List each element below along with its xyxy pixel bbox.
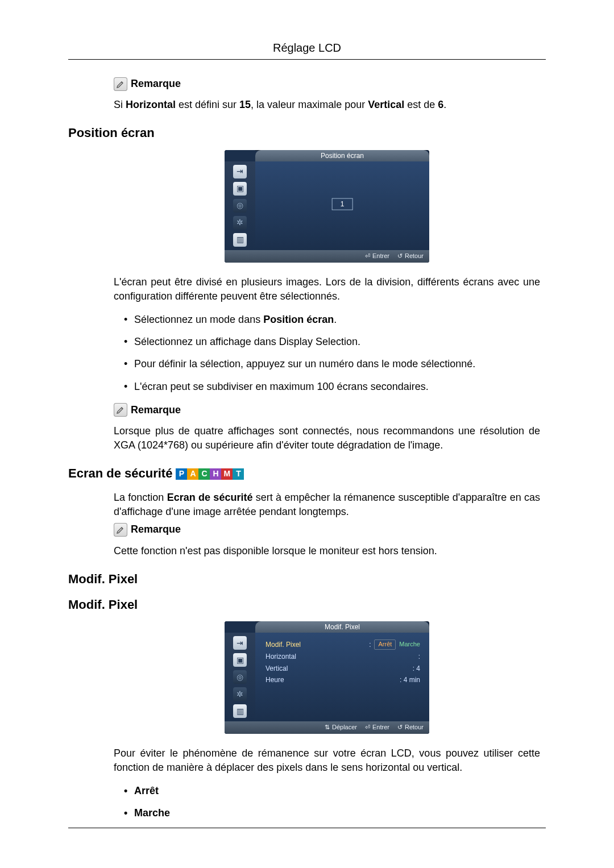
note-label: Remarque [131,522,181,537]
osd-enter-hint: ⏎Entrer [365,723,389,732]
note-icon [114,523,127,537]
t: Retour [405,252,424,260]
t: 15 [239,99,251,110]
badge-h: H [210,468,221,480]
picture-icon: ▣ [233,653,247,667]
t: Retour [405,723,424,732]
section-heading-modif-pixel-2: Modif. Pixel [68,596,540,614]
t: La fonction [114,492,167,503]
sound-icon: ◎ [233,199,247,213]
input-icon: ⇥ [233,165,247,178]
list-item: Pour définir la sélection, appuyez sur u… [124,357,540,371]
note-block-1: Remarque [114,77,540,91]
osd-row-values: : Arrêt Marche [369,639,420,649]
colon: : [369,640,371,650]
osd-return-hint: ↺Retour [397,252,424,260]
osd-footer: ⇅Déplacer ⏎Entrer ↺Retour [225,721,429,733]
page-header: Réglage LCD [68,40,546,56]
osd-title-spacer [225,621,255,633]
osd-return-hint: ↺Retour [397,723,424,732]
badge-m: M [221,468,233,480]
osd-row-label: Horizontal [265,652,296,662]
t: Si [114,99,126,110]
osd-screenshot-2: Modif. Pixel ⇥ ▣ ◎ ✲ ▥ Modif. Pixel [114,621,540,733]
osd-row-value: : 4 [413,664,420,674]
t: Entrer [372,723,389,732]
return-icon: ↺ [397,723,403,732]
sound-icon: ◎ [233,670,247,684]
multi-icon: ▥ [233,704,247,718]
t: Horizontal [126,99,176,110]
osd-row: Heure : 4 min [265,674,420,686]
osd-title: Position écran [255,150,429,161]
badge-p: P [176,468,187,480]
osd-main: 1 [255,161,429,250]
header-rule [68,59,546,60]
heading-text: Ecran de sécurité [68,465,172,483]
osd-row-label: Heure [265,675,284,685]
osd-sidebar: ⇥ ▣ ◎ ✲ ▥ [225,633,255,721]
note-label: Remarque [131,77,181,91]
note-block-3: Remarque [114,522,540,537]
t: Vertical [368,99,404,110]
picture-icon: ▣ [233,182,247,196]
multi-icon: ▥ [233,233,247,247]
osd-option-value: Marche [399,640,420,649]
modif-pixel-options: Arrêt Marche [114,784,540,820]
list-item: Sélectionnez un mode dans Position écran… [124,313,540,327]
osd-screenshot-1: Position écran ⇥ ▣ ◎ ✲ ▥ 1 ⏎Entrer [114,150,540,262]
source-badges: P A C H M T [176,468,244,480]
setup-icon: ✲ [233,687,247,701]
t: 4 [416,665,420,672]
osd-panel: Modif. Pixel ⇥ ▣ ◎ ✲ ▥ Modif. Pixel [225,621,429,733]
osd-footer: ⏎Entrer ↺Retour [225,250,429,262]
enter-icon: ⏎ [365,723,370,732]
note-text-3: Cette fonction n'est pas disponible lors… [114,544,540,558]
move-icon: ⇅ [325,723,330,732]
list-item: Sélectionnez un affichage dans Display S… [124,335,540,349]
badge-t: T [233,468,244,480]
position-ecran-list: Sélectionnez un mode dans Position écran… [114,313,540,394]
osd-row: Modif. Pixel : Arrêt Marche [265,638,420,650]
note-icon [114,77,127,91]
t: . [334,314,337,325]
osd-title: Modif. Pixel [255,621,429,633]
position-ecran-desc: L'écran peut être divisé en plusieurs im… [114,275,540,304]
osd-main: Modif. Pixel : Arrêt Marche Horizontal : [255,633,429,721]
osd-title-spacer [225,150,255,161]
document-page: Réglage LCD Remarque Si Horizontal est d… [0,0,614,868]
osd-row: Vertical : 4 [265,663,420,675]
t: est de [404,99,438,110]
osd-row: Horizontal : [265,651,420,663]
osd-value-box: 1 [332,198,353,210]
t: Ecran de sécurité [167,492,253,503]
osd-row-value: : [418,652,420,662]
osd-row-value: : 4 min [400,675,420,685]
t: 4 min [404,676,420,684]
t: . [443,99,446,110]
t: Entrer [372,252,389,260]
return-icon: ↺ [397,252,403,260]
setup-icon: ✲ [233,216,247,230]
note-text-1: Si Horizontal est défini sur 15, la vale… [114,98,540,112]
section-heading-ecran-securite: Ecran de sécurité P A C H M T [68,465,540,483]
osd-body: ⇥ ▣ ◎ ✲ ▥ 1 [225,161,429,250]
t: 6 [438,99,443,110]
modif-pixel-desc: Pour éviter le phénomène de rémanence su… [114,746,540,775]
list-item: Marche [124,806,540,820]
osd-row-label: Modif. Pixel [265,640,301,650]
osd-move-hint: ⇅Déplacer [325,723,357,732]
content-area: Remarque Si Horizontal est défini sur 15… [68,77,546,821]
note-text-2: Lorsque plus de quatre affichages sont c… [114,424,540,452]
ecran-securite-desc: La fonction Ecran de sécurité sert à emp… [114,491,540,519]
input-icon: ⇥ [233,636,247,650]
osd-titlebar: Position écran [225,150,429,161]
footer-rule [68,828,546,828]
note-block-2: Remarque [114,403,540,417]
note-label: Remarque [131,403,181,417]
t: Sélectionnez un mode dans [134,314,263,325]
section-heading-modif-pixel-1: Modif. Pixel [68,571,540,588]
osd-body: ⇥ ▣ ◎ ✲ ▥ Modif. Pixel : Arrêt Marche [225,633,429,721]
enter-icon: ⏎ [365,252,370,260]
t: Position écran [263,314,334,325]
